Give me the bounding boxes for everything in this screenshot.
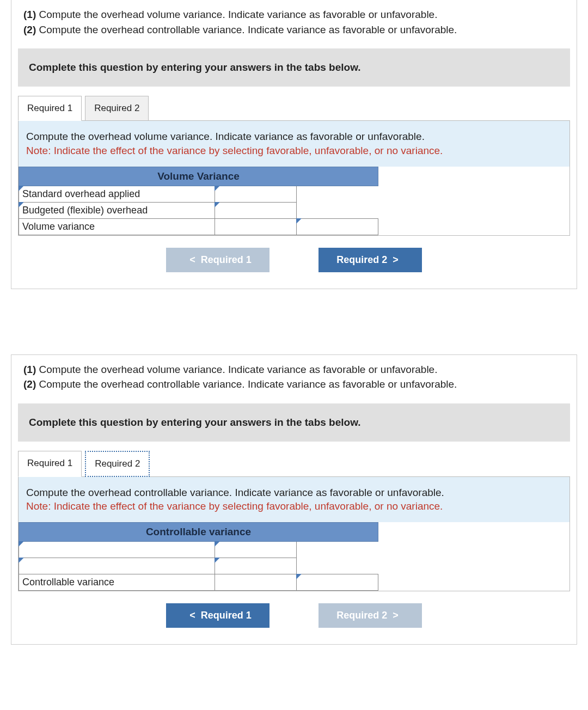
table-row: Standard overhead applied (19, 186, 378, 202)
row-label[interactable] (19, 558, 215, 574)
instructions: (1) Compute the overhead volume variance… (11, 0, 577, 48)
favorability-cell (297, 218, 378, 235)
panel-required-1: Compute the overhead volume variance. In… (18, 120, 570, 235)
editable-indicator-icon (215, 541, 220, 547)
prev-button-label: Required 1 (201, 610, 252, 621)
row-label: Budgeted (flexible) overhead (19, 202, 215, 218)
table-row: Budgeted (flexible) overhead (19, 202, 378, 218)
complete-banner: Complete this question by entering your … (18, 48, 570, 87)
prev-button[interactable]: < Required 1 (166, 603, 270, 628)
row-label: Volume variance (19, 218, 215, 235)
instruction-line-1: (1) Compute the overhead volume variance… (23, 8, 565, 22)
editable-indicator-icon (19, 202, 24, 207)
label-input[interactable] (22, 543, 211, 556)
row-label: Standard overhead applied (19, 186, 215, 202)
row-input-cell (215, 202, 297, 218)
row-label-text: Controllable variance (22, 577, 114, 587)
amount-input[interactable] (218, 560, 293, 573)
amount-input[interactable] (218, 220, 293, 233)
next-button: Required 2 > (318, 603, 422, 628)
chevron-left-icon: < (189, 610, 195, 621)
row-label: Controllable variance (19, 574, 215, 591)
favorability-cell (297, 574, 378, 591)
volume-variance-table: Volume Variance Standard overhead applie… (19, 167, 378, 235)
question-section-1: (1) Compute the overhead volume variance… (11, 0, 577, 289)
amount-input[interactable] (218, 204, 293, 217)
row-label-text: Budgeted (flexible) overhead (22, 205, 148, 216)
instruction-2-text: Compute the overhead controllable varian… (39, 378, 457, 390)
tab-required-2[interactable]: Required 2 (85, 96, 149, 121)
editable-indicator-icon (296, 574, 302, 579)
editable-indicator-icon (19, 186, 24, 191)
instruction-1-label: (1) (23, 9, 36, 20)
panel-required-2: Compute the overhead controllable varian… (18, 476, 570, 591)
prev-button: < Required 1 (166, 248, 270, 272)
panel-heading-text: Compute the overhead volume variance. In… (26, 131, 425, 142)
panel-note: Note: Indicate the effect of the varianc… (26, 145, 443, 156)
favorability-select[interactable] (300, 220, 375, 233)
tab-required-2[interactable]: Required 2 (85, 451, 150, 477)
table-title: Volume Variance (19, 167, 378, 186)
instructions: (1) Compute the overhead volume variance… (11, 355, 577, 403)
row-label[interactable] (19, 542, 215, 558)
editable-indicator-icon (215, 558, 220, 563)
volume-variance-table-wrap: Volume Variance Standard overhead applie… (19, 167, 569, 235)
question-section-2: (1) Compute the overhead volume variance… (11, 354, 577, 645)
controllable-variance-table: Controllable variance (19, 522, 378, 591)
instruction-line-2: (2) Compute the overhead controllable va… (23, 377, 565, 391)
label-input[interactable] (22, 560, 211, 573)
editable-indicator-icon (296, 218, 302, 224)
next-button-label: Required 2 (336, 610, 387, 621)
row-label-text: Volume variance (22, 221, 95, 232)
panel-note: Note: Indicate the effect of the varianc… (26, 500, 443, 512)
instruction-1-text: Compute the overhead volume variance. In… (39, 9, 438, 20)
row-input-cell (215, 218, 297, 235)
editable-indicator-icon (215, 186, 220, 191)
tabs-row: Required 1 Required 2 (18, 450, 577, 476)
instruction-line-1: (1) Compute the overhead volume variance… (23, 363, 565, 377)
table-row (19, 558, 378, 574)
instruction-line-2: (2) Compute the overhead controllable va… (23, 23, 565, 37)
editable-indicator-icon (19, 541, 24, 547)
row-input-cell (215, 542, 297, 558)
next-button-label: Required 2 (336, 254, 387, 266)
amount-input[interactable] (218, 576, 293, 589)
panel-heading-text: Compute the overhead controllable varian… (26, 487, 444, 498)
controllable-variance-table-wrap: Controllable variance (19, 522, 569, 591)
instruction-1-text: Compute the overhead volume variance. In… (39, 364, 438, 375)
nav-row: < Required 1 Required 2 > (11, 603, 577, 628)
tabs-row: Required 1 Required 2 (18, 95, 577, 120)
editable-indicator-icon (19, 558, 24, 563)
chevron-right-icon: > (393, 254, 399, 266)
editable-indicator-icon (215, 202, 220, 207)
row-label-text: Standard overhead applied (22, 188, 140, 199)
table-row: Controllable variance (19, 574, 378, 591)
instruction-2-label: (2) (23, 24, 36, 35)
row-input-cell (215, 186, 297, 202)
tab-required-1[interactable]: Required 1 (18, 96, 82, 121)
panel-heading: Compute the overhead volume variance. In… (19, 121, 569, 166)
chevron-right-icon: > (393, 610, 399, 621)
prev-button-label: Required 1 (201, 254, 252, 266)
table-row: Volume variance (19, 218, 378, 235)
instruction-1-label: (1) (23, 364, 36, 375)
next-button[interactable]: Required 2 > (318, 248, 422, 272)
panel-heading: Compute the overhead controllable varian… (19, 477, 569, 522)
row-input-cell (215, 574, 297, 591)
instruction-2-text: Compute the overhead controllable varian… (39, 24, 457, 35)
favorability-select[interactable] (300, 576, 375, 589)
nav-row: < Required 1 Required 2 > (11, 248, 577, 272)
amount-input[interactable] (218, 543, 293, 556)
table-title: Controllable variance (19, 523, 378, 542)
table-row (19, 542, 378, 558)
instruction-2-label: (2) (23, 378, 36, 390)
complete-banner: Complete this question by entering your … (18, 403, 570, 442)
chevron-left-icon: < (189, 254, 195, 266)
tab-required-1[interactable]: Required 1 (18, 451, 82, 477)
row-input-cell (215, 558, 297, 574)
amount-input[interactable] (218, 187, 293, 200)
